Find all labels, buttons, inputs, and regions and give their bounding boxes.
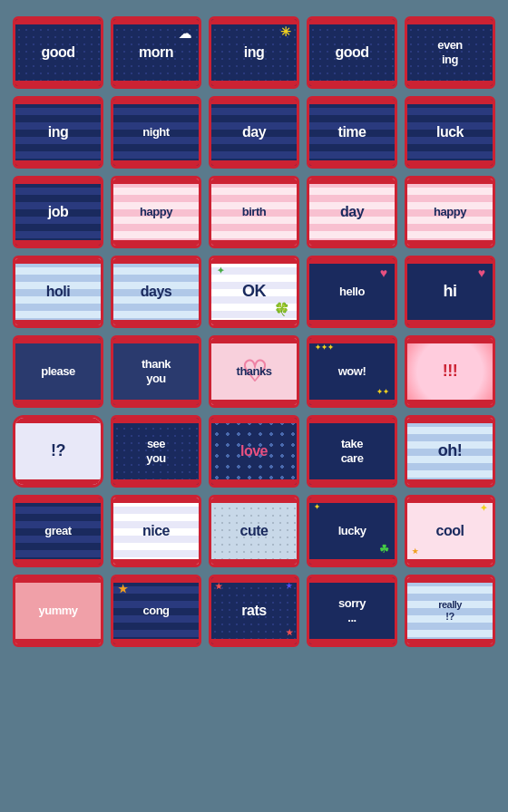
sticker-label-4: good — [333, 40, 370, 64]
sticker-13[interactable]: birth — [209, 176, 299, 248]
sticker-grid: good☁morn✳inggoodeven ingingnightdaytime… — [5, 9, 503, 654]
sticker-12[interactable]: happy — [111, 176, 201, 248]
sticker-29[interactable]: take care — [307, 415, 397, 488]
sticker-label-8: day — [240, 120, 268, 144]
sticker-label-26: !? — [49, 438, 67, 465]
sticker-label-6: ing — [46, 120, 71, 144]
sticker-label-35: cool — [435, 518, 466, 543]
sticker-3[interactable]: ✳ing — [209, 16, 299, 89]
sticker-35[interactable]: ✦★cool — [405, 495, 495, 567]
sticker-label-15: happy — [432, 201, 468, 223]
sticker-40[interactable]: really !? — [405, 575, 495, 647]
sticker-1[interactable]: good — [13, 16, 103, 89]
sticker-36[interactable]: yummy — [13, 575, 103, 647]
sticker-label-9: time — [337, 120, 368, 144]
sticker-label-27: see you — [144, 433, 168, 469]
sticker-9[interactable]: time — [307, 96, 397, 169]
sticker-5[interactable]: even ing — [405, 16, 495, 89]
sticker-23[interactable]: ♡thanks — [209, 335, 299, 408]
sticker-7[interactable]: night — [111, 96, 201, 169]
sticker-15[interactable]: happy — [405, 176, 495, 248]
sticker-label-23: thanks — [235, 361, 274, 382]
sticker-22[interactable]: thank you — [111, 335, 201, 408]
sticker-label-29: take care — [339, 433, 366, 469]
sticker-label-28: love — [239, 439, 269, 463]
sticker-34[interactable]: ☘✦lucky — [307, 495, 397, 567]
sticker-24[interactable]: ✦✦✦✦✦wow! — [307, 335, 397, 408]
sticker-33[interactable]: cute — [209, 495, 299, 567]
sticker-26[interactable]: !? — [13, 415, 103, 488]
sticker-28[interactable]: love — [209, 415, 299, 488]
sticker-30[interactable]: oh! — [405, 415, 495, 488]
sticker-6[interactable]: ing — [13, 96, 103, 169]
sticker-20[interactable]: ♥hi — [405, 256, 495, 328]
sticker-label-30: oh! — [436, 438, 464, 465]
sticker-label-38: rats — [239, 598, 268, 623]
sticker-label-1: good — [39, 40, 76, 64]
sticker-label-21: please — [39, 361, 76, 382]
sticker-21[interactable]: please — [13, 335, 103, 408]
sticker-label-2: morn — [137, 40, 175, 64]
sticker-label-31: great — [43, 520, 73, 542]
sticker-label-22: thank you — [140, 353, 172, 389]
sticker-32[interactable]: nice — [111, 495, 201, 567]
sticker-label-37: cong — [141, 600, 171, 622]
sticker-label-11: job — [46, 199, 71, 224]
sticker-label-5: even ing — [435, 34, 464, 70]
sticker-38[interactable]: ★★★rats — [209, 575, 299, 647]
sticker-25[interactable]: !!! — [405, 335, 495, 408]
sticker-label-18: OK — [240, 278, 268, 305]
sticker-label-25: !!! — [441, 358, 459, 385]
sticker-14[interactable]: day — [307, 176, 397, 248]
sticker-label-20: hi — [442, 278, 459, 305]
sticker-label-12: happy — [138, 201, 174, 223]
sticker-label-34: lucky — [337, 520, 368, 542]
sticker-label-7: night — [141, 121, 171, 143]
sticker-label-13: birth — [240, 201, 268, 223]
sticker-8[interactable]: day — [209, 96, 299, 169]
sticker-label-10: luck — [435, 120, 465, 144]
sticker-39[interactable]: sorry ... — [307, 575, 397, 647]
sticker-31[interactable]: great — [13, 495, 103, 567]
sticker-27[interactable]: see you — [111, 415, 201, 488]
sticker-label-24: wow! — [337, 361, 368, 382]
sticker-label-36: yummy — [36, 600, 79, 622]
sticker-label-40: really !? — [436, 595, 464, 626]
sticker-label-19: hello — [337, 281, 366, 303]
sticker-label-33: cute — [239, 518, 270, 543]
sticker-19[interactable]: ♥hello — [307, 256, 397, 328]
sticker-18[interactable]: 🍀✦OK — [209, 256, 299, 328]
sticker-label-17: days — [139, 279, 173, 304]
sticker-37[interactable]: ★cong — [111, 575, 201, 647]
sticker-label-3: ing — [242, 40, 267, 64]
sticker-label-16: holi — [44, 279, 72, 304]
sticker-17[interactable]: days — [111, 256, 201, 328]
sticker-label-32: nice — [141, 518, 171, 543]
sticker-label-14: day — [338, 199, 366, 224]
sticker-16[interactable]: holi — [13, 256, 103, 328]
sticker-10[interactable]: luck — [405, 96, 495, 169]
sticker-11[interactable]: job — [13, 176, 103, 248]
sticker-4[interactable]: good — [307, 16, 397, 89]
sticker-2[interactable]: ☁morn — [111, 16, 201, 89]
sticker-label-39: sorry ... — [337, 593, 367, 628]
